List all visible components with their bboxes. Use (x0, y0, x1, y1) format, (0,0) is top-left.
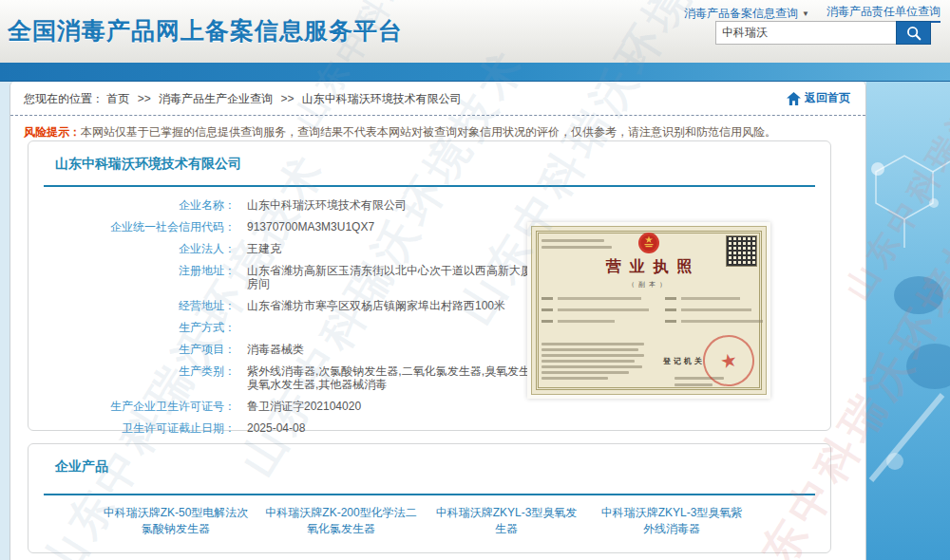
license-subtitle: （副本） (532, 280, 766, 289)
nav-link-label: 消毒产品备案信息查询 (684, 6, 798, 22)
back-home-link[interactable]: 返回首页 (787, 90, 850, 106)
products-heading: 企业产品 (55, 458, 108, 476)
site-title: 全国消毒产品网上备案信息服务平台 (8, 15, 403, 47)
product-link[interactable]: 中科瑞沃牌ZK-50型电解法次氯酸钠发生器 (100, 505, 252, 537)
company-panel: 山东中科瑞沃环境技术有限公司 企业名称： 山东中科瑞沃环境技术有限公司 企业统一… (28, 140, 831, 431)
molecule-decoration-icon (866, 82, 950, 560)
business-license-certificate: 营业执照 （副本） (531, 226, 767, 395)
risk-notice: 风险提示：本网站仅基于已掌握的信息提供查询服务，查询结果不代表本网站对被查询对象… (10, 116, 865, 140)
products-panel: 企业产品 中科瑞沃牌ZK-50型电解法次氯酸钠发生器 中科瑞沃牌ZK-200型化… (28, 443, 831, 553)
field-row-business-address: 经营地址： 山东省潍坊市寒亭区双杨店镇阚家埠出村路西100米 (28, 299, 560, 312)
breadcrumb-separator: >> (280, 92, 294, 105)
qr-code-icon (726, 235, 757, 267)
company-fields: 企业名称： 山东中科瑞沃环境技术有限公司 企业统一社会信用代码： 9137070… (28, 198, 560, 443)
search-button[interactable] (896, 21, 931, 45)
header: 全国消毒产品网上备案信息服务平台 消毒产品备案信息查询 ▼ 消毒产品责任单位查询 (0, 0, 950, 63)
nav-link-label: 消毒产品责任单位查询 (826, 4, 940, 20)
field-row-registered-address: 注册地址： 山东省潍坊高新区玉清东街以北中心次干道以西高新大厦502房间 (28, 264, 560, 290)
product-list: 中科瑞沃牌ZK-50型电解法次氯酸钠发生器 中科瑞沃牌ZK-200型化学法二氧化… (100, 505, 748, 537)
field-row-production-category: 生产类别： 紫外线消毒器,次氯酸钠发生器,二氧化氯发生器,臭氧发生器、臭氧水发生… (28, 364, 560, 391)
page: 全国消毒产品网上备案信息服务平台 消毒产品备案信息查询 ▼ 消毒产品责任单位查询 (0, 0, 950, 560)
license-right-fields (665, 297, 763, 331)
breadcrumb: 您现在的位置： 首页 >> 消毒产品生产企业查询 >> 山东中科瑞沃环境技术有限… (24, 92, 462, 105)
breadcrumb-separator: >> (138, 92, 151, 105)
search-bar (715, 21, 931, 45)
background-decoration (866, 82, 950, 560)
nav-link-record-info-query[interactable]: 消毒产品备案信息查询 ▼ (684, 6, 809, 22)
heading-divider (44, 494, 815, 495)
chevron-down-icon: ▼ (802, 9, 809, 18)
national-emblem-icon (637, 232, 660, 254)
field-row-production-mode: 生产方式： (28, 321, 560, 334)
search-input[interactable] (715, 21, 896, 45)
back-home-label: 返回首页 (805, 90, 850, 106)
risk-text: 本网站仅基于已掌握的信息提供查询服务，查询结果不代表本网站对被查询对象信用状况的… (81, 125, 776, 139)
field-row-legal-person: 企业法人： 王建克 (28, 242, 560, 255)
breadcrumb-row: 您现在的位置： 首页 >> 消毒产品生产企业查询 >> 山东中科瑞沃环境技术有限… (10, 82, 865, 116)
field-row-credit-code: 企业统一社会信用代码： 91370700MA3M3U1QX7 (28, 220, 560, 233)
field-row-company-name: 企业名称： 山东中科瑞沃环境技术有限公司 (28, 198, 560, 212)
search-icon (905, 25, 922, 42)
product-link[interactable]: 中科瑞沃牌ZK-200型化学法二氧化氯发生器 (265, 505, 417, 537)
field-row-production-project: 生产项目： 消毒器械类 (28, 343, 560, 356)
field-row-license-expiry: 卫生许可证截止日期： 2025-04-08 (28, 421, 560, 435)
license-scope-lines (542, 343, 646, 383)
header-nav: 消毒产品备案信息查询 ▼ 消毒产品责任单位查询 (684, 4, 940, 23)
home-icon (787, 92, 801, 105)
header-divider-bar (0, 63, 950, 82)
company-name-heading: 山东中科瑞沃环境技术有限公司 (55, 156, 241, 173)
breadcrumb-item-category[interactable]: 消毒产品生产企业查询 (159, 92, 273, 105)
license-code-lines (542, 239, 612, 252)
breadcrumb-item-home[interactable]: 首页 (106, 92, 129, 105)
breadcrumb-item-current: 山东中科瑞沃环境技术有限公司 (302, 92, 462, 105)
product-link[interactable]: 中科瑞沃牌ZKYL-3型臭氧发生器 (430, 505, 582, 537)
business-license-image: 营业执照 （副本） (527, 222, 770, 399)
license-registrar-label: 登记机关 (663, 356, 705, 366)
risk-label: 风险提示： (24, 125, 81, 139)
license-left-fields (542, 297, 649, 331)
breadcrumb-prefix: 您现在的位置： (24, 92, 104, 105)
product-link[interactable]: 中科瑞沃牌ZKYL-3型臭氧紫外线消毒器 (596, 505, 748, 537)
heading-divider (44, 185, 815, 187)
main-content: 您现在的位置： 首页 >> 消毒产品生产企业查询 >> 山东中科瑞沃环境技术有限… (10, 82, 866, 560)
field-row-hygiene-license-no: 生产企业卫生许可证号： 鲁卫消证字202104020 (28, 400, 560, 413)
nav-link-unit-query[interactable]: 消毒产品责任单位查询 (826, 4, 940, 23)
